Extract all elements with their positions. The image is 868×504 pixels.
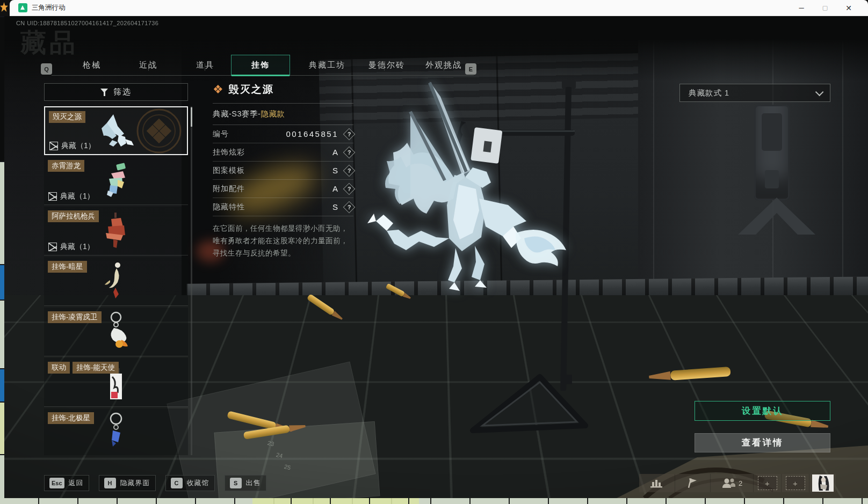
list-item-lingxiao-guard[interactable]: 挂饰-凌霄戍卫 bbox=[44, 308, 188, 356]
screen: 三角洲行动 ─ ▢ ✕ 23 24 25 bbox=[0, 0, 868, 504]
rarity-diamond-icon: ❖ bbox=[213, 84, 223, 96]
profile-button[interactable] bbox=[809, 474, 836, 492]
item-thumbnail-colorful-dragon bbox=[93, 162, 139, 199]
bar-chart-icon bbox=[650, 478, 664, 488]
help-icon[interactable]: ? bbox=[343, 164, 356, 177]
s-keycap: S bbox=[230, 478, 242, 488]
item-list: 毁灭之源 典藏（1） 赤霄游龙 典藏（1） bbox=[44, 106, 188, 455]
desktop-star-icon bbox=[0, 2, 8, 12]
close-button[interactable]: ✕ bbox=[837, 0, 860, 16]
rarity-hidden-tag: 隐藏款 bbox=[261, 109, 285, 118]
detail-row-pattern: 图案模板 S ? bbox=[213, 162, 353, 180]
item-thumbnail-blue-charm bbox=[100, 412, 132, 452]
item-name-chip: 阿萨拉机枪兵 bbox=[48, 210, 99, 222]
game-viewport: 23 24 25 bbox=[4, 16, 868, 498]
collection-emblem-icon bbox=[135, 107, 183, 155]
add-slot-button-2[interactable]: + bbox=[781, 474, 809, 492]
item-footer: 典藏（1） bbox=[60, 242, 95, 252]
item-footer: 典藏（1） bbox=[60, 192, 95, 201]
case-latch bbox=[754, 105, 790, 200]
list-item-destruction-origin[interactable]: 毁灭之源 典藏（1） bbox=[44, 106, 188, 155]
esc-keycap: Esc bbox=[49, 478, 64, 488]
help-icon[interactable]: ? bbox=[343, 201, 356, 213]
detail-rarity: 典藏-S3赛季-隐藏款 bbox=[213, 104, 353, 125]
plus-icon: + bbox=[793, 479, 798, 488]
detail-title: 毁灭之源 bbox=[229, 83, 274, 97]
tab-collection-workshop[interactable]: 典藏工坊 bbox=[299, 60, 355, 70]
auction-button[interactable] bbox=[675, 474, 710, 492]
people-icon bbox=[721, 478, 736, 488]
help-icon[interactable]: ? bbox=[343, 182, 356, 195]
collection-type-icon bbox=[48, 243, 57, 251]
item-name-chip: 挂饰-暗星 bbox=[48, 261, 87, 273]
view-details-button[interactable]: 查看详情 bbox=[695, 433, 830, 452]
tab-next-keycap: E bbox=[465, 63, 476, 75]
detail-row-hidden-trait: 隐藏特性 S ? bbox=[213, 198, 353, 216]
item-badge-chip: 联动 bbox=[48, 362, 70, 374]
list-item-asala-gunner[interactable]: 阿萨拉机枪兵 典藏（1） bbox=[44, 207, 188, 255]
team-button[interactable]: 2 bbox=[710, 474, 753, 492]
tab-prev-keycap: Q bbox=[41, 63, 52, 75]
set-default-button[interactable]: 设置默认 bbox=[695, 401, 830, 421]
tab-guns[interactable]: 枪械 bbox=[64, 60, 120, 70]
account-uid: CN UID:188781851027004161417_20260417173… bbox=[16, 20, 158, 26]
add-slot-button[interactable]: + bbox=[753, 474, 781, 492]
desktop-left-strip bbox=[0, 16, 4, 498]
hotkey-bar: Esc 返回 H 隐藏界面 C 收藏馆 S 出售 bbox=[44, 475, 266, 491]
list-item-dark-star[interactable]: 挂饰-暗星 bbox=[44, 257, 188, 306]
help-icon[interactable]: ? bbox=[343, 128, 356, 140]
app-logo-icon bbox=[18, 3, 27, 12]
social-toolbar: 2 + + bbox=[639, 474, 836, 492]
item-thumbnail-red-mech bbox=[93, 211, 139, 250]
list-scrollbar-thumb[interactable] bbox=[191, 107, 192, 127]
item-footer: 典藏（1） bbox=[61, 141, 96, 151]
chevron-down-icon bbox=[815, 87, 824, 96]
tab-melee[interactable]: 近战 bbox=[120, 60, 176, 70]
stats-button[interactable] bbox=[639, 474, 675, 492]
item-name-chip: 挂饰-凌霄戍卫 bbox=[48, 311, 102, 323]
item-description: 在它面前，任何生物都显得渺小而无助，唯有勇敢者才能在这股寒冷的力量面前，寻找生存… bbox=[213, 216, 353, 260]
tab-appearance-challenge[interactable]: 外观挑战 bbox=[416, 60, 472, 70]
hotkey-collection-hall[interactable]: C 收藏馆 bbox=[165, 475, 215, 491]
flag-icon bbox=[687, 478, 699, 488]
list-item-polar-star[interactable]: 挂饰-北极星 bbox=[44, 408, 188, 455]
player-avatar bbox=[812, 474, 834, 492]
desktop-bottom-strip bbox=[0, 498, 868, 504]
plus-icon: + bbox=[765, 479, 770, 488]
minimize-button[interactable]: ─ bbox=[790, 0, 813, 16]
collection-type-icon bbox=[48, 192, 57, 201]
scene-case-middle bbox=[319, 53, 667, 296]
filter-button[interactable]: 筛选 bbox=[44, 83, 188, 101]
maximize-button[interactable]: ▢ bbox=[813, 0, 837, 16]
detail-row-colorway: 挂饰炫彩 A ? bbox=[213, 143, 353, 162]
list-item-red-dragon[interactable]: 赤霄游龙 典藏（1） bbox=[44, 156, 188, 205]
hotkey-hide-ui[interactable]: H 隐藏界面 bbox=[99, 475, 156, 491]
item-thumbnail-dark-star-charm bbox=[97, 261, 135, 302]
hotkey-back[interactable]: Esc 返回 bbox=[44, 475, 89, 491]
tab-items[interactable]: 道具 bbox=[177, 60, 233, 70]
c-keycap: C bbox=[171, 478, 183, 488]
style-dropdown[interactable]: 典藏款式 1 bbox=[679, 84, 830, 102]
list-scrollbar-track[interactable] bbox=[191, 106, 192, 455]
collection-type-icon bbox=[49, 142, 58, 150]
item-name-chip: 赤霄游龙 bbox=[48, 160, 84, 172]
h-keycap: H bbox=[104, 478, 116, 488]
style-dropdown-value: 典藏款式 1 bbox=[689, 88, 729, 98]
detail-panel: ❖ 毁灭之源 典藏-S3赛季-隐藏款 编号 001645851 ? 挂饰炫彩 A… bbox=[213, 79, 353, 260]
item-name-chip: 挂饰-能天使 bbox=[73, 362, 119, 374]
hotkey-sell[interactable]: S 出售 bbox=[225, 475, 266, 491]
filter-label: 筛选 bbox=[113, 87, 132, 97]
list-item-energy-angel[interactable]: 联动 挂饰-能天使 bbox=[44, 358, 188, 407]
item-thumbnail-rocket-charm bbox=[96, 311, 136, 353]
filter-icon bbox=[100, 89, 108, 96]
tab-charms[interactable]: 挂饰 bbox=[233, 60, 288, 70]
team-count: 2 bbox=[739, 479, 742, 487]
tab-mandel-brick[interactable]: 曼德尔砖 bbox=[359, 60, 415, 70]
item-name-chip: 挂饰-北极星 bbox=[48, 412, 94, 424]
detail-row-serial: 编号 001645851 ? bbox=[213, 125, 353, 143]
item-thumbnail-ice-dragon bbox=[93, 112, 139, 150]
window-title: 三角洲行动 bbox=[32, 3, 66, 12]
item-name-chip: 毁灭之源 bbox=[49, 111, 85, 123]
help-icon[interactable]: ? bbox=[343, 146, 356, 158]
detail-row-accessory: 附加配件 A ? bbox=[213, 180, 353, 198]
